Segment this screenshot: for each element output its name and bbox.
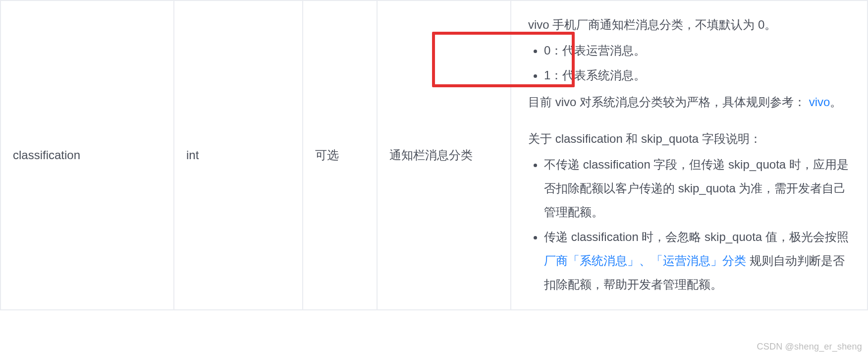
desc-opt0: 0：代表运营消息。 (544, 39, 850, 62)
cell-type: int (174, 0, 303, 310)
desc-intro: vivo 手机厂商通知栏消息分类，不填默认为 0。 (528, 13, 850, 37)
desc-period: 。 (830, 95, 842, 109)
cell-field: classification (0, 0, 174, 310)
desc-b2-pre: 传递 classification 时，会忽略 skip_quota 值，极光会… (544, 230, 849, 243)
spacer (528, 116, 850, 127)
cell-title: 通知栏消息分类 (377, 0, 511, 310)
desc-opt1: 1：代表系统消息。 (544, 63, 850, 87)
desc-about-list: 不传递 classification 字段，但传递 skip_quota 时，应… (528, 153, 850, 296)
table-row: classification int 可选 通知栏消息分类 vivo 手机厂商通… (0, 0, 868, 310)
watermark: CSDN @sheng_er_sheng (757, 342, 862, 352)
page-root: classification int 可选 通知栏消息分类 vivo 手机厂商通… (0, 0, 868, 355)
desc-option-list: 0：代表运营消息。 1：代表系统消息。 (528, 39, 850, 87)
cell-description: vivo 手机厂商通知栏消息分类，不填默认为 0。 0：代表运营消息。 1：代表… (511, 0, 868, 310)
vivo-link[interactable]: vivo (809, 95, 830, 109)
desc-rule: 目前 vivo 对系统消息分类较为严格，具体规则参考： vivo。 (528, 90, 850, 114)
desc-about: 关于 classification 和 skip_quota 字段说明： (528, 127, 850, 151)
param-table: classification int 可选 通知栏消息分类 vivo 手机厂商通… (0, 0, 868, 310)
desc-rule-pre: 目前 vivo 对系统消息分类较为严格，具体规则参考： (528, 95, 806, 109)
desc-b1: 不传递 classification 字段，但传递 skip_quota 时，应… (544, 153, 850, 224)
desc-b2: 传递 classification 时，会忽略 skip_quota 值，极光会… (544, 225, 850, 296)
category-rule-link[interactable]: 厂商「系统消息」、「运营消息」分类 (544, 254, 746, 267)
cell-required: 可选 (303, 0, 377, 310)
